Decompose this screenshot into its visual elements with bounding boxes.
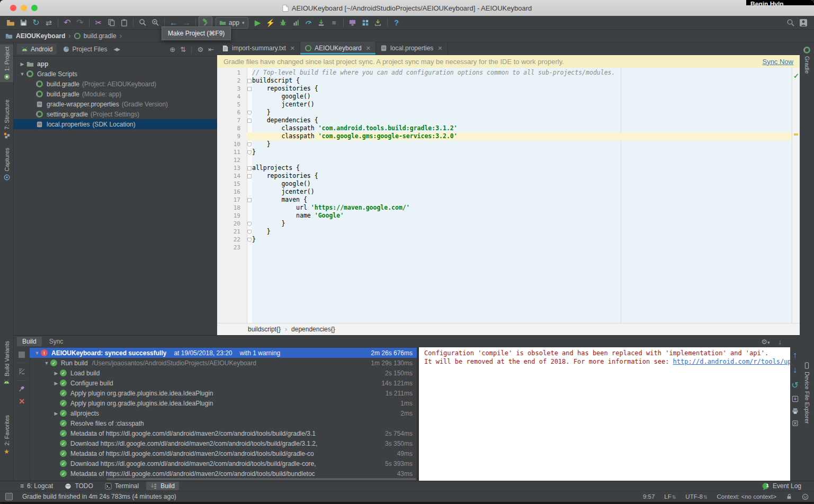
expand-icon[interactable]: ▼	[33, 350, 41, 356]
sync-icon[interactable]: ↻	[30, 17, 42, 29]
code-line-21[interactable]: 21 }	[217, 228, 792, 236]
breadcrumb-dependencies[interactable]: dependencies{}	[291, 326, 335, 333]
code-line-11[interactable]: 11}	[217, 148, 792, 156]
pin-icon[interactable]	[19, 385, 25, 392]
stop-icon[interactable]: ■	[328, 17, 341, 29]
tab-sync-output[interactable]: Sync	[44, 337, 69, 346]
avatar-icon[interactable]	[797, 17, 810, 29]
gear-icon[interactable]: ⚙▾	[761, 338, 770, 346]
project-tree-item[interactable]: build.gradle(Module: app)	[14, 89, 217, 99]
toolwindow-build[interactable]: Build	[146, 482, 179, 490]
sidebar-item-device-file-explorer[interactable]: Device File Explorer	[800, 360, 814, 426]
expand-icon[interactable]: ▶	[19, 61, 26, 67]
search-icon[interactable]	[784, 17, 797, 29]
tab-import-summary[interactable]: import-summary.txt ✕	[217, 42, 300, 55]
help-icon[interactable]: ?	[390, 17, 403, 29]
expand-icon[interactable]: ▶	[52, 411, 60, 416]
horizontal-scrollbar[interactable]	[106, 478, 416, 480]
split-icon[interactable]: ⇅	[180, 46, 186, 53]
code-line-12[interactable]: 12	[217, 156, 792, 164]
editor-scrollbar[interactable]: ✓	[792, 68, 800, 323]
build-tree-row[interactable]: ✓Apply plugin org.gradle.plugins.ide.ide…	[30, 398, 417, 408]
build-console[interactable]: Configuration 'compile' is obsolete and …	[419, 347, 790, 481]
toolwindow-terminal[interactable]: Terminal	[101, 482, 143, 490]
sidebar-item-captures[interactable]: Captures	[0, 146, 13, 183]
warning-stripe-mark[interactable]	[794, 133, 798, 136]
code-line-10[interactable]: 10 }	[217, 140, 792, 148]
sidebar-item-project[interactable]: 1: Project	[0, 44, 13, 82]
expand-icon[interactable]: ▼	[43, 361, 50, 366]
save-all-icon[interactable]	[17, 17, 30, 29]
tab-aeioukeyboard[interactable]: AEIOUKeyboard ✕	[300, 42, 376, 55]
filter-icon[interactable]	[18, 368, 25, 375]
code-line-23[interactable]: 23	[217, 244, 792, 251]
build-tree-row[interactable]: ✓Apply plugin org.gradle.plugins.ide.ide…	[30, 388, 417, 398]
event-log-button[interactable]: 1 Event Log	[762, 482, 814, 490]
expand-icon[interactable]: ▶	[52, 371, 60, 376]
build-tree-row[interactable]: ▶✓Configure build14s 121ms	[30, 378, 417, 388]
paste-icon[interactable]	[118, 17, 130, 29]
clear-all-icon[interactable]	[792, 420, 799, 427]
inspection-ok-icon[interactable]: ✓	[793, 72, 799, 80]
close-window-button[interactable]	[10, 5, 16, 11]
code-line-14[interactable]: 14 repositories {	[217, 172, 792, 180]
close-icon[interactable]: ✕	[437, 45, 442, 52]
close-icon[interactable]: ✕	[19, 397, 25, 406]
sidebar-item-favorites[interactable]: 2: Favorites ★	[0, 413, 13, 457]
tab-local-properties[interactable]: local.properties ✕	[376, 42, 448, 55]
run-coverage-icon[interactable]	[290, 17, 302, 29]
close-icon[interactable]: ✕	[366, 45, 371, 52]
build-tree-row[interactable]: ✓Download https://dl.google.com/dl/andro…	[30, 438, 417, 448]
tab-scroll-icon[interactable]: ◀▶	[113, 47, 120, 52]
attach-debugger-icon[interactable]	[315, 17, 328, 29]
debug-icon[interactable]	[277, 17, 290, 29]
code-line-22[interactable]: 22}	[217, 236, 792, 244]
line-ending-select[interactable]: LF⇅	[664, 493, 676, 500]
build-tree-row[interactable]: ✓Metadata of https://dl.google.com/dl/an…	[30, 428, 417, 438]
build-tree-row[interactable]: ▶✓allprojects2ms	[30, 408, 417, 418]
code-line-4[interactable]: 4 google()	[217, 93, 792, 101]
close-icon[interactable]: ✕	[290, 45, 295, 52]
profiler-icon[interactable]	[302, 17, 315, 29]
console-link[interactable]: http://d.android.com/r/tools/upda	[673, 358, 790, 365]
status-message[interactable]: Gradle build finished in 4m 24s 783ms (4…	[22, 493, 176, 500]
toolwindow-logcat[interactable]: ≡ 6: Logcat	[16, 482, 57, 490]
scroll-to-end-icon[interactable]	[792, 395, 799, 402]
code-line-6[interactable]: 6 }	[217, 109, 792, 116]
code-line-16[interactable]: 16 jcenter()	[217, 188, 792, 196]
code-line-15[interactable]: 15 google()	[217, 180, 792, 188]
caret-position[interactable]: 9:57	[643, 493, 655, 500]
lock-icon[interactable]	[786, 493, 792, 500]
open-icon[interactable]	[4, 17, 17, 29]
project-tree-item[interactable]: gradle-wrapper.properties(Gradle Version…	[14, 99, 217, 109]
code-line-18[interactable]: 18 url 'https://maven.google.com/'	[217, 204, 792, 212]
sidebar-item-build-variants[interactable]: Build Variants	[0, 339, 13, 386]
toolwindow-todo[interactable]: TODO	[60, 482, 97, 490]
find-in-path-icon[interactable]	[149, 17, 162, 29]
print-icon[interactable]	[792, 408, 799, 415]
copy-icon[interactable]	[105, 17, 118, 29]
find-icon[interactable]	[136, 17, 149, 29]
code-line-1[interactable]: 1// Top-level build file where you can a…	[217, 69, 792, 77]
breadcrumb-file[interactable]: build.gradle	[84, 32, 117, 40]
code-line-8[interactable]: 8 classpath 'com.android.tools.build:gra…	[217, 124, 792, 132]
export-icon[interactable]: ↓	[779, 338, 782, 346]
code-line-13[interactable]: 13allprojects {	[217, 164, 792, 172]
code-line-7[interactable]: 7 dependencies {	[217, 116, 792, 124]
project-tree-item[interactable]: settings.gradle(Project Settings)	[14, 109, 217, 119]
locate-file-icon[interactable]: ⊕	[169, 46, 175, 53]
build-tree-row[interactable]: ✓Metadata of https://dl.google.com/dl/an…	[30, 448, 417, 458]
tab-build-output[interactable]: Build	[17, 337, 42, 346]
sidebar-item-structure[interactable]: 7: Structure	[0, 97, 13, 141]
toolwindow-switcher-icon[interactable]	[5, 493, 13, 500]
tab-android-view[interactable]: Android	[17, 44, 57, 55]
expand-icon[interactable]: ▼	[19, 71, 26, 77]
project-tree-item[interactable]: build.gradle(Project: AEIOUKeyboard)	[14, 79, 217, 89]
sidebar-item-gradle[interactable]: Gradle	[800, 44, 814, 76]
code-line-19[interactable]: 19 name 'Google'	[217, 212, 792, 220]
sync-now-link[interactable]: Sync Now	[762, 58, 793, 66]
expand-icon[interactable]: ▶	[52, 381, 60, 386]
build-tree-row[interactable]: ✓Metadata of https://dl.google.com/dl/an…	[30, 469, 417, 478]
code-line-17[interactable]: 17 maven {	[217, 196, 792, 204]
scroll-up-icon[interactable]: ↑	[793, 350, 797, 360]
